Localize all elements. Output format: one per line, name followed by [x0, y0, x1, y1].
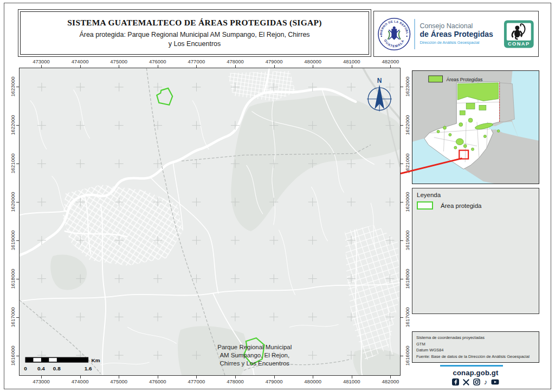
x-axis-label: 478000 — [227, 58, 244, 64]
x-axis-label: 479000 — [266, 58, 283, 64]
x-axis-label: 473000 — [33, 378, 50, 384]
x-axis-label: 481000 — [343, 378, 360, 384]
axis-tick — [401, 164, 403, 164]
y-axis-label: 1619000 — [10, 231, 16, 251]
axis-tick — [196, 376, 197, 378]
x-axis-label: 473000 — [33, 58, 50, 64]
axis-tick — [158, 376, 158, 378]
y-axis-label: 1622000 — [10, 115, 16, 135]
government-seal-icon: GOBIERNO DE LA REPÚBLICA GUATEMALA — [377, 17, 411, 51]
scale-label: 1.6 — [85, 365, 92, 371]
info-line: Datum WGS84 — [416, 347, 535, 354]
axis-tick — [352, 376, 352, 378]
y-axis-label: 1617000 — [404, 308, 410, 328]
axis-tick — [80, 65, 81, 68]
page-title: SISTEMA GUATEMALTECO DE ÁREAS PROTEGIDAS… — [67, 18, 322, 28]
main-map-canvas: N Km 0 0.4 0.8 1.6 — [20, 68, 400, 375]
y-axis-label: 1620000 — [404, 192, 410, 212]
axis-tick — [401, 356, 403, 356]
axis-tick — [235, 65, 236, 68]
axis-tick — [16, 356, 19, 356]
scale-unit: Km — [92, 357, 100, 363]
axis-tick — [158, 65, 158, 68]
x-axis-label: 482000 — [382, 58, 399, 64]
logo-divider — [414, 19, 415, 49]
axis-tick — [16, 164, 19, 164]
area-name-label: Parque Regional Municipal AM Sumpango, E… — [217, 344, 292, 367]
x-axis-label: 477000 — [188, 58, 205, 64]
axis-tick — [196, 65, 197, 68]
y-axis-label: 1623000 — [10, 77, 16, 97]
x-axis-label: 476000 — [149, 58, 166, 64]
x-icon[interactable] — [463, 379, 469, 386]
scale-label: 0.4 — [37, 365, 45, 371]
y-axis-label: 1618000 — [10, 269, 16, 289]
y-axis-label: 1623000 — [404, 77, 410, 97]
x-axis-label: 479000 — [266, 378, 283, 384]
axis-tick — [352, 65, 352, 68]
axis-tick — [41, 65, 42, 68]
x-axis-label: 474000 — [72, 58, 89, 64]
inset-legend-label: Áreas Protegidas — [446, 77, 483, 82]
axis-tick — [41, 376, 42, 378]
axis-tick — [313, 376, 313, 378]
legend-item: Área protegida — [417, 201, 534, 210]
tiktok-icon[interactable]: ♪ — [484, 378, 488, 386]
axis-tick — [401, 240, 403, 241]
facebook-icon[interactable] — [452, 378, 459, 386]
axis-tick — [80, 376, 81, 378]
conap-logo-icon: CONAP — [503, 19, 535, 49]
instagram-icon[interactable] — [473, 378, 480, 386]
footer-divider — [440, 365, 503, 367]
axis-tick — [16, 240, 19, 241]
x-axis-label: 480000 — [304, 378, 321, 384]
x-axis-label: 477000 — [188, 378, 205, 384]
conap-website-link[interactable]: conap.gob.gt — [412, 369, 539, 377]
page-subtitle-line2: y Los Encuentros — [169, 40, 221, 49]
country-inset-map: Áreas Protegidas — [412, 70, 539, 184]
org-name-line2: de Áreas Protegidas — [420, 30, 500, 38]
conap-wordmark: CONAP — [508, 41, 530, 47]
main-map: N Km 0 0.4 0.8 1.6 — [19, 68, 401, 376]
y-axis-label: 1616000 — [404, 346, 410, 366]
y-axis-label: 1619000 — [404, 231, 410, 251]
axis-tick — [390, 65, 391, 68]
axis-tick — [390, 376, 391, 378]
legend-title: Leyenda — [417, 192, 534, 198]
y-axis-label: 1618000 — [404, 269, 410, 289]
axis-tick — [274, 65, 275, 68]
axis-tick — [16, 125, 19, 126]
svg-text:AM Sumpango, El Rejon,: AM Sumpango, El Rejon, — [220, 352, 289, 358]
social-icons-row: ♪ — [412, 378, 539, 386]
axis-tick — [401, 279, 403, 279]
axis-tick — [235, 376, 236, 378]
y-axis-label: 1621000 — [10, 154, 16, 174]
legend-item-label: Área protegida — [441, 202, 481, 209]
axis-tick — [274, 376, 275, 378]
axis-tick — [401, 202, 403, 202]
svg-text:Chirres y Los Encuentros: Chirres y Los Encuentros — [220, 360, 289, 367]
page-subtitle-line1: Área protegida: Parque Regional Municipa… — [79, 30, 309, 40]
info-line: GTM — [416, 341, 535, 348]
coordinate-system-info-box: Sistema de coordenadas proyectadas GTM D… — [412, 331, 539, 363]
x-axis-label: 474000 — [72, 378, 89, 384]
youtube-icon[interactable] — [491, 378, 499, 386]
svg-text:Parque Regional Municipal: Parque Regional Municipal — [217, 344, 292, 350]
x-axis-label: 482000 — [382, 378, 399, 384]
north-label: N — [377, 77, 382, 84]
axis-tick — [119, 65, 119, 68]
axis-tick — [401, 317, 403, 318]
x-axis-label: 481000 — [343, 58, 360, 64]
axis-tick — [401, 87, 403, 87]
y-axis-label: 1617000 — [10, 308, 16, 328]
protected-area-swatch — [417, 201, 433, 210]
logo-box: GOBIERNO DE LA REPÚBLICA GUATEMALA Conse… — [373, 11, 539, 57]
x-axis-label: 475000 — [110, 58, 127, 64]
axis-tick — [16, 87, 19, 87]
x-axis-label: 478000 — [227, 378, 244, 384]
inset-legend: Áreas Protegidas — [429, 76, 483, 82]
map-layout-page: SISTEMA GUATEMALTECO DE ÁREAS PROTEGIDAS… — [0, 0, 555, 392]
x-axis-label: 476000 — [149, 378, 166, 384]
info-line: Sistema de coordenadas proyectadas — [416, 335, 535, 341]
belize — [500, 83, 515, 122]
